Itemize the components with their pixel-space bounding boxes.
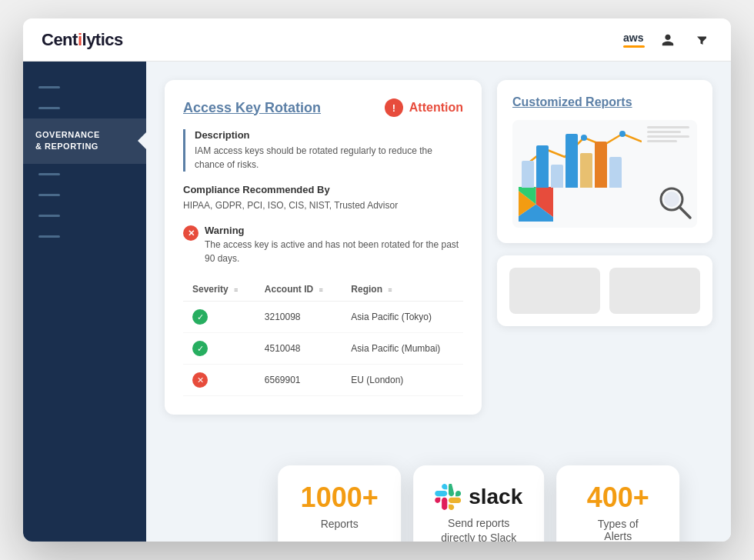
- region-cell: EU (London): [342, 365, 463, 396]
- placeholder-card: [497, 255, 712, 326]
- account-cell: 6569901: [255, 365, 342, 396]
- top-bar: Centilytics aws: [23, 18, 731, 62]
- bar-7: [609, 157, 622, 188]
- magnifier-icon: [658, 185, 693, 224]
- check-green-icon: ✓: [192, 309, 208, 325]
- reports-card: 1000+ Reports: [278, 465, 401, 542]
- table-row: ✓ 4510048 Asia Pacific (Mumbai): [183, 333, 463, 365]
- content-area: Access Key Rotation ! Attention Descript…: [146, 62, 731, 542]
- warning-icon: ✕: [183, 225, 199, 241]
- top-bar-right: aws: [623, 29, 712, 51]
- account-cell: 4510048: [255, 333, 342, 365]
- sidebar-dash-2: [38, 107, 60, 109]
- bottom-cards: 1000+ Reports: [278, 465, 679, 542]
- bar-1: [522, 161, 534, 188]
- warning-label: Warning: [205, 225, 463, 236]
- bar-4: [566, 134, 578, 188]
- logo: Centilytics: [42, 30, 123, 50]
- svg-line-5: [679, 207, 690, 218]
- attention-icon: !: [385, 98, 403, 117]
- col-severity: Severity ≡: [183, 278, 255, 302]
- table-row: ✕ 6569901 EU (London): [183, 365, 463, 396]
- browser-window: Centilytics aws: [23, 18, 731, 542]
- sidebar-item-4[interactable]: [23, 164, 146, 185]
- bar-5: [580, 153, 592, 188]
- compliance-label: Compliance Recommended By: [183, 184, 463, 195]
- warning-content: Warning The access key is active and has…: [205, 225, 463, 265]
- reports-label: Reports: [299, 518, 379, 530]
- account-cell: 3210098: [255, 302, 342, 333]
- filter-icon[interactable]: [691, 29, 712, 51]
- sidebar-item-7[interactable]: [23, 226, 146, 247]
- sidebar-dash-1: [38, 86, 60, 88]
- severity-table: Severity ≡ Account ID ≡ Region ≡ ✓ 32100…: [183, 278, 463, 396]
- slack-text: slack: [469, 485, 522, 509]
- slack-description: Send reportsdirectly to Slack: [435, 516, 522, 542]
- sidebar-dash-7: [38, 235, 60, 238]
- table-row: ✓ 3210098 Asia Pacific (Tokyo): [183, 302, 463, 333]
- alerts-card: 400+ Types ofAlerts: [556, 465, 679, 542]
- aws-underline: [623, 45, 645, 48]
- pie-chart-svg: [519, 187, 553, 222]
- bar-3: [551, 165, 563, 188]
- description-label: Description: [195, 129, 463, 141]
- col-region: Region ≡: [342, 278, 463, 302]
- slack-logo: slack: [435, 484, 522, 510]
- slack-icon: [435, 484, 461, 510]
- sidebar-item-6[interactable]: [23, 205, 146, 226]
- logo-highlight: i: [78, 30, 82, 49]
- aws-text: aws: [623, 32, 645, 44]
- card-title: Access Key Rotation: [183, 100, 321, 116]
- bar-chart: [519, 126, 691, 188]
- reports-number: 1000+: [299, 484, 379, 512]
- sidebar-dash-5: [38, 194, 60, 196]
- severity-cell: ✓: [183, 302, 255, 333]
- sidebar-governance-label: GOVERNANCE& REPORTING: [35, 129, 100, 153]
- alerts-label: Types ofAlerts: [578, 518, 658, 542]
- content-grid: Access Key Rotation ! Attention Descript…: [165, 80, 712, 523]
- sidebar-item-2[interactable]: [23, 98, 146, 118]
- check-red-icon: ✕: [192, 372, 208, 388]
- severity-cell: ✓: [183, 333, 255, 365]
- region-cell: Asia Pacific (Mumbai): [342, 333, 463, 365]
- slack-card: slack Send reportsdirectly to Slack: [413, 465, 544, 542]
- report-title: Customized Reports: [512, 95, 697, 109]
- placeholder-box-2: [609, 268, 700, 314]
- bar-2: [536, 145, 549, 188]
- user-icon[interactable]: [657, 29, 679, 51]
- attention-label: Attention: [409, 101, 463, 115]
- warning-text: The access key is active and has not bee…: [205, 238, 463, 265]
- severity-cell: ✕: [183, 365, 255, 396]
- sort-region-icon: ≡: [388, 286, 392, 294]
- alerts-number: 400+: [578, 484, 658, 512]
- sidebar-dash-4: [38, 173, 60, 175]
- region-cell: Asia Pacific (Tokyo): [342, 302, 463, 333]
- compliance-section: Compliance Recommended By HIPAA, GDPR, P…: [183, 184, 463, 212]
- attention-badge: ! Attention: [385, 98, 463, 117]
- placeholder-box-1: [509, 268, 600, 314]
- aws-logo: aws: [623, 32, 645, 48]
- warning-row: ✕ Warning The access key is active and h…: [183, 225, 463, 265]
- description-section: Description IAM access keys should be ro…: [183, 129, 463, 172]
- main-card: Access Key Rotation ! Attention Descript…: [165, 80, 482, 415]
- main-layout: GOVERNANCE& REPORTING Access Key Rota: [23, 62, 731, 542]
- sort-severity-icon: ≡: [234, 286, 238, 294]
- card-header: Access Key Rotation ! Attention: [183, 98, 463, 117]
- sidebar-item-1[interactable]: [23, 77, 146, 98]
- sidebar: GOVERNANCE& REPORTING: [23, 62, 146, 542]
- sort-account-icon: ≡: [319, 286, 322, 294]
- report-card: Customized Reports: [497, 80, 712, 243]
- check-green-icon: ✓: [192, 341, 208, 356]
- sidebar-dash-6: [38, 215, 60, 217]
- svg-point-4: [664, 192, 679, 207]
- compliance-text: HIPAA, GDPR, PCI, ISO, CIS, NIST, Truste…: [183, 198, 463, 212]
- sidebar-item-governance[interactable]: GOVERNANCE& REPORTING: [23, 118, 146, 164]
- description-text: IAM access keys should be rotated regula…: [195, 144, 463, 172]
- col-account: Account ID ≡: [255, 278, 342, 302]
- sidebar-item-5[interactable]: [23, 185, 146, 205]
- bar-6: [595, 142, 607, 188]
- chart-container: [512, 120, 697, 228]
- right-panel: Customized Reports: [497, 80, 712, 523]
